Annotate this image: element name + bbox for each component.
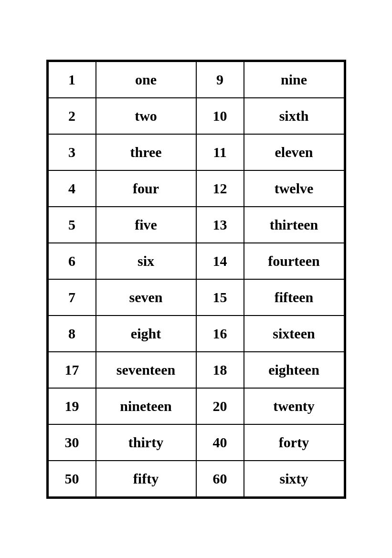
table-row: 4four12twelve	[48, 170, 344, 207]
table-row: 19nineteen20twenty	[48, 388, 344, 424]
number-cell: 20	[196, 388, 244, 424]
number-cell: 15	[196, 279, 244, 316]
table-row: 17seventeen18eighteen	[48, 352, 344, 388]
number-cell: 18	[196, 352, 244, 388]
table-row: 2two10sixth	[48, 98, 344, 134]
number-cell: 12	[196, 170, 244, 207]
number-cell: 13	[196, 207, 244, 243]
number-cell: 50	[48, 461, 96, 497]
table-row: 6six14fourteen	[48, 243, 344, 279]
word-cell: sixteen	[244, 316, 344, 352]
number-cell: 40	[196, 424, 244, 461]
word-cell: sixty	[244, 461, 344, 497]
number-cell: 1	[48, 62, 96, 98]
word-cell: six	[96, 243, 196, 279]
table-row: 5five13thirteen	[48, 207, 344, 243]
numbers-table: 1one9nine2two10sixth3three11eleven4four1…	[48, 61, 345, 497]
number-cell: 17	[48, 352, 96, 388]
word-cell: nine	[244, 62, 344, 98]
table-row: 50fifty60sixty	[48, 461, 344, 497]
table-wrapper: 1one9nine2two10sixth3three11eleven4four1…	[46, 60, 346, 499]
number-cell: 7	[48, 279, 96, 316]
number-cell: 30	[48, 424, 96, 461]
table-row: 8eight16sixteen	[48, 316, 344, 352]
number-cell: 19	[48, 388, 96, 424]
page-container: 1one9nine2two10sixth3three11eleven4four1…	[0, 0, 392, 558]
number-cell: 60	[196, 461, 244, 497]
table-row: 7seven15fifteen	[48, 279, 344, 316]
number-cell: 16	[196, 316, 244, 352]
word-cell: eight	[96, 316, 196, 352]
word-cell: three	[96, 134, 196, 170]
table-row: 30thirty40forty	[48, 424, 344, 461]
number-cell: 8	[48, 316, 96, 352]
word-cell: nineteen	[96, 388, 196, 424]
number-cell: 3	[48, 134, 96, 170]
word-cell: twenty	[244, 388, 344, 424]
word-cell: five	[96, 207, 196, 243]
number-cell: 2	[48, 98, 96, 134]
number-cell: 10	[196, 98, 244, 134]
number-cell: 5	[48, 207, 96, 243]
word-cell: four	[96, 170, 196, 207]
word-cell: forty	[244, 424, 344, 461]
word-cell: sixth	[244, 98, 344, 134]
word-cell: eighteen	[244, 352, 344, 388]
table-row: 3three11eleven	[48, 134, 344, 170]
number-cell: 4	[48, 170, 96, 207]
word-cell: fifteen	[244, 279, 344, 316]
word-cell: seventeen	[96, 352, 196, 388]
number-cell: 9	[196, 62, 244, 98]
word-cell: fourteen	[244, 243, 344, 279]
number-cell: 11	[196, 134, 244, 170]
word-cell: two	[96, 98, 196, 134]
word-cell: fifty	[96, 461, 196, 497]
word-cell: one	[96, 62, 196, 98]
word-cell: thirty	[96, 424, 196, 461]
word-cell: eleven	[244, 134, 344, 170]
word-cell: thirteen	[244, 207, 344, 243]
word-cell: twelve	[244, 170, 344, 207]
number-cell: 14	[196, 243, 244, 279]
word-cell: seven	[96, 279, 196, 316]
number-cell: 6	[48, 243, 96, 279]
table-row: 1one9nine	[48, 62, 344, 98]
